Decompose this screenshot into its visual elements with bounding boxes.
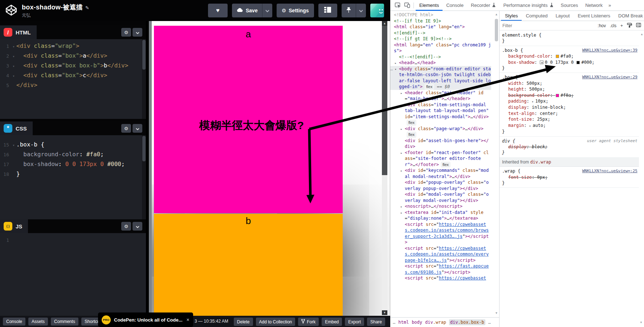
- stylesheet-link[interactable]: WNKLLXN?noc…ue&view=:39: [582, 47, 637, 53]
- dom-tree-row[interactable]: ▸<noscript>…</noscript>: [390, 203, 491, 210]
- code-line[interactable]: 1: [0, 235, 146, 245]
- dom-tree-row[interactable]: ▸<div class="page-wrap">…</div>flex: [390, 126, 491, 138]
- styles-filter-input[interactable]: [502, 23, 594, 28]
- devtools-tab-sources[interactable]: Sources: [557, 0, 582, 11]
- code-line[interactable]: 16 background-color: #fa0;: [0, 149, 146, 159]
- dom-tree-row[interactable]: <script src="https://cpwebassets.codepen…: [390, 222, 491, 245]
- avatar[interactable]: [370, 4, 384, 17]
- codepen-logo-icon[interactable]: [5, 4, 17, 18]
- styles-toolbar-item[interactable]: :hov: [598, 23, 606, 28]
- layout-badge[interactable]: flex: [407, 120, 416, 126]
- panel-resizer[interactable]: [146, 21, 152, 316]
- css-property[interactable]: font-size: 25px;: [502, 116, 637, 122]
- dom-tree-row[interactable]: ▸<footer id="react-pen-footer" class="si…: [390, 150, 491, 168]
- rule-selector[interactable]: WNKLLXN?noc…ue&view=:39.box-b {: [502, 47, 637, 53]
- devtools-tab-recorder[interactable]: Recorder: [467, 0, 500, 11]
- dom-tree-row[interactable]: <!--[if lte IE 9]>: [390, 18, 491, 24]
- fold-caret-icon[interactable]: ▾: [11, 42, 16, 51]
- preview-scrollbar[interactable]: ▲ ▼: [382, 21, 387, 316]
- expand-closed-icon[interactable]: ▸: [400, 210, 402, 216]
- device-toolbar-icon[interactable]: [402, 1, 412, 10]
- styles-toolbar-item[interactable]: +: [620, 23, 623, 28]
- css-property[interactable]: padding: ▸10px;: [502, 98, 637, 104]
- dom-tree-row[interactable]: ▸<textarea id="init-data" style="display…: [390, 210, 491, 222]
- pin-options-button[interactable]: [356, 4, 366, 17]
- edit-title-icon[interactable]: ✎: [85, 5, 89, 11]
- computed-sidebar-icon[interactable]: [636, 23, 641, 28]
- code-line[interactable]: 2▾ <div class="box">a</div>: [0, 51, 146, 61]
- color-swatch[interactable]: [576, 61, 580, 64]
- css-property[interactable]: background-color: #fa0;: [502, 53, 637, 59]
- dom-tree-row[interactable]: ▸<head>…</head>: [390, 60, 491, 66]
- styles-scrollbar-up[interactable]: ▲: [640, 33, 643, 36]
- dom-scrollbar[interactable]: ▲: [494, 12, 498, 41]
- css-settings-button[interactable]: ⚙: [121, 124, 131, 133]
- dom-tree-row[interactable]: <script src="https://cpwebasset: [390, 275, 491, 281]
- dom-tree-row[interactable]: …▾<body class="room-editor editor state-…: [390, 66, 491, 90]
- stylesheet-link[interactable]: WNKLLXN?noc…ue&view=:25: [582, 168, 637, 174]
- code-line[interactable]: 1▾<div class="wrap">: [0, 41, 146, 51]
- code-line[interactable]: 5</div>: [0, 80, 146, 90]
- close-icon[interactable]: ×: [187, 317, 189, 323]
- dom-tree-row[interactable]: ▸<div class="item-settings-modal tab-lay…: [390, 102, 491, 126]
- code-line[interactable]: 18}: [0, 169, 146, 179]
- html-editor-scrollbar[interactable]: [142, 39, 146, 119]
- paint-format-icon[interactable]: [627, 23, 632, 29]
- expand-arrow-icon[interactable]: ▸: [529, 124, 531, 128]
- css-editor-scrollbar[interactable]: [142, 135, 146, 219]
- pin-button[interactable]: [342, 4, 356, 17]
- layout-badge[interactable]: flex: [407, 132, 416, 138]
- js-collapse-button[interactable]: [133, 222, 142, 231]
- expand-arrow-icon[interactable]: ▸: [532, 100, 534, 103]
- devtools-tab-elements[interactable]: Elements: [416, 0, 443, 11]
- subtab-event-listeners[interactable]: Event Listeners: [574, 11, 614, 21]
- breadcrumb-item[interactable]: html: [398, 320, 409, 325]
- stylesheet-link[interactable]: WNKLLXN?noc…ue&view=:29: [582, 74, 637, 80]
- js-settings-button[interactable]: ⚙: [121, 222, 131, 231]
- code-line[interactable]: 17 box-shadow: 0 0 173px 0 #000;: [0, 159, 146, 169]
- rule-selector[interactable]: element.style {: [502, 32, 637, 38]
- rule-selector[interactable]: user agent stylesheetdiv {: [502, 138, 637, 144]
- subtab-computed[interactable]: Computed: [522, 11, 551, 21]
- html-collapse-button[interactable]: [133, 28, 142, 37]
- dom-tree-row[interactable]: <![endif]-->: [390, 30, 491, 36]
- dom-tree-row[interactable]: <div id="popup-overlay" class="overlay p…: [390, 179, 491, 191]
- css-property[interactable]: font-size: 0px;: [502, 174, 637, 180]
- pro-banner[interactable]: PRO CodePen: Unlock all of Code... ×: [98, 312, 193, 327]
- breadcrumb-ellipsis[interactable]: …: [488, 320, 491, 325]
- more-tabs-button[interactable]: »: [606, 3, 613, 8]
- dom-tree-row[interactable]: <!DOCTYPE html>: [390, 12, 491, 18]
- footer-button-delete[interactable]: Delete: [234, 318, 253, 326]
- pen-author[interactable]: 元弘: [22, 12, 89, 18]
- css-property[interactable]: display: inline-block;: [502, 104, 637, 110]
- js-code-editor[interactable]: 1: [0, 233, 146, 316]
- color-swatch[interactable]: [556, 94, 559, 97]
- subtab-dom-break[interactable]: DOM Break: [614, 11, 644, 21]
- footer-button-comments[interactable]: Comments: [51, 318, 78, 326]
- expand-closed-icon[interactable]: ▸: [400, 102, 402, 108]
- save-options-button[interactable]: [262, 4, 272, 17]
- css-property[interactable]: margin: ▸auto;: [502, 123, 637, 129]
- expand-closed-icon[interactable]: ▸: [400, 150, 402, 156]
- dom-tree-row[interactable]: <html lang="en" class="pc chrome109 js">: [390, 42, 491, 54]
- css-property[interactable]: width: 500px;: [502, 80, 637, 86]
- tab-js[interactable]: ( ) JS: [0, 219, 28, 233]
- change-view-button[interactable]: [318, 4, 337, 17]
- dom-scrollbar-down[interactable]: ▼: [494, 310, 498, 316]
- footer-button-fork[interactable]: Fork: [298, 318, 319, 326]
- rule-selector[interactable]: WNKLLXN?noc…ue&view=:29.box {: [502, 74, 637, 80]
- tab-css[interactable]: * CSS: [0, 121, 33, 135]
- save-button[interactable]: Save: [232, 4, 262, 17]
- breadcrumb-item[interactable]: body: [412, 320, 422, 325]
- expand-closed-icon[interactable]: ▸: [395, 60, 396, 66]
- like-button[interactable]: ♥: [208, 4, 228, 17]
- html-code-editor[interactable]: 1▾<div class="wrap">2▾ <div class="box">…: [0, 39, 146, 119]
- dom-tree-row[interactable]: <html class="ie" lang="en">: [390, 24, 491, 30]
- footer-button-export[interactable]: Export: [345, 318, 364, 326]
- breadcrumb-item[interactable]: div.wrap: [425, 320, 446, 325]
- css-code-editor[interactable]: 15▾.box-b {16 background-color: #fa0;17 …: [0, 135, 146, 219]
- fold-caret-icon[interactable]: ▾: [11, 61, 16, 71]
- fold-caret-icon[interactable]: ▾: [11, 51, 16, 61]
- footer-button-embed[interactable]: Embed: [322, 318, 342, 326]
- css-collapse-button[interactable]: [133, 124, 142, 133]
